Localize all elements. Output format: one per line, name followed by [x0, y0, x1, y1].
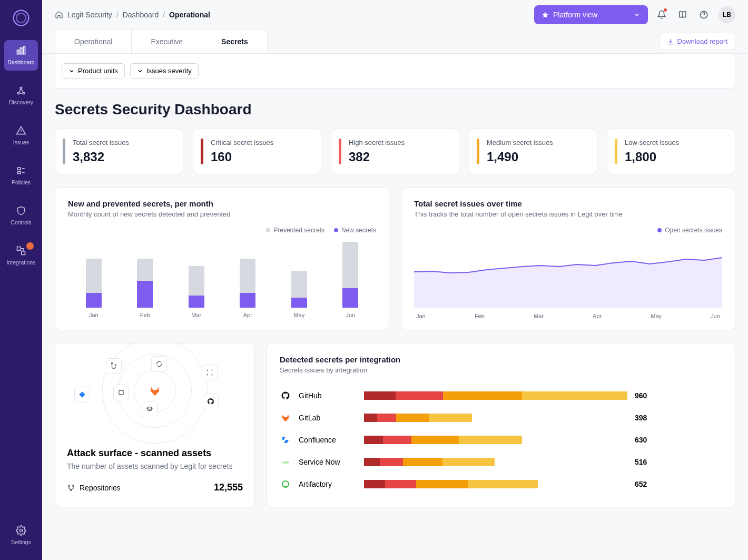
svg-point-5: [17, 92, 19, 94]
breadcrumb: Legit Security / Dashboard / Operational: [55, 11, 210, 19]
bar-chart-body: Jan Feb Mar Apr: [68, 239, 376, 318]
chevron-down-icon: [633, 11, 641, 18]
integration-icon: [280, 434, 291, 446]
tab-operational[interactable]: Operational: [55, 30, 132, 53]
help-button[interactable]: [696, 7, 711, 22]
education-icon: [146, 406, 153, 413]
integration-bar: [364, 414, 627, 422]
star-icon: [542, 11, 549, 18]
integration-row: GitLab 398: [280, 407, 722, 429]
bar-group: May: [288, 239, 311, 318]
svg-rect-11: [22, 251, 25, 255]
svg-rect-9: [17, 172, 21, 174]
svg-point-7: [23, 92, 24, 94]
sidebar-item-settings[interactable]: Settings: [4, 520, 38, 551]
breadcrumb-root[interactable]: Legit Security: [67, 11, 112, 19]
jira-icon: [78, 391, 86, 398]
integration-row: GitHub 960: [280, 385, 722, 407]
svg-point-17: [68, 485, 70, 486]
radar-visual: [55, 343, 254, 438]
charts-row: New and prevented secrets, per month Mon…: [55, 187, 735, 330]
recycle-icon: [155, 360, 163, 368]
topbar: Legit Security / Dashboard / Operational…: [42, 0, 748, 30]
svg-point-6: [20, 87, 22, 89]
avatar[interactable]: LB: [719, 6, 735, 23]
nav-label: Discovery: [9, 99, 33, 105]
nav-label: Settings: [11, 539, 31, 545]
integration-bar: [364, 458, 627, 466]
bar-group: Mar: [185, 239, 208, 318]
integration-bar: [364, 391, 627, 400]
app-logo: [12, 8, 31, 27]
platform-view-button[interactable]: Platform view: [534, 5, 648, 24]
svg-rect-3: [20, 48, 22, 54]
integration-bar: [364, 480, 627, 488]
integration-icon: [280, 390, 291, 401]
svg-point-15: [115, 365, 116, 366]
tab-row: Operational Executive Secrets Download r…: [42, 30, 748, 54]
branch-icon: [110, 362, 117, 370]
integration-row: Artifactory 652: [280, 473, 722, 495]
svg-rect-10: [17, 247, 21, 251]
notification-badge: [26, 242, 34, 250]
gitlab-icon: [149, 385, 161, 397]
nav-label: Integrations: [7, 259, 36, 266]
bar-group: Jan: [82, 239, 105, 318]
sidebar-item-integrations[interactable]: Integrations: [4, 240, 38, 271]
sidebar-item-dashboard[interactable]: Dashboard: [4, 40, 38, 71]
sidebar-item-issues[interactable]: Issues: [4, 120, 38, 151]
sidebar: Dashboard Discovery Issues Policies Cont…: [0, 0, 42, 560]
svg-point-1: [16, 13, 26, 23]
integration-bar: [364, 436, 627, 444]
integrations-card: Detected secrets per integration Secrets…: [267, 343, 735, 507]
notifications-button[interactable]: [654, 7, 669, 22]
filter-bar: Product units Issues severity: [55, 54, 735, 89]
sidebar-item-controls[interactable]: Controls: [4, 200, 38, 231]
integration-icon: [280, 412, 291, 424]
chart-legend: Prevented secrets New secrets: [68, 227, 376, 234]
sidebar-item-policies[interactable]: Policies: [4, 160, 38, 191]
chevron-down-icon: [68, 68, 75, 74]
area-chart-body: JanFebMarAprMayJun: [414, 239, 722, 318]
stat-total: Total secret issues3,832: [55, 129, 183, 174]
bar-group: Jun: [339, 239, 362, 318]
tab-executive[interactable]: Executive: [132, 30, 202, 53]
integration-icon: [280, 478, 291, 490]
chart-area-over-time: Total secret issues over time This track…: [401, 187, 735, 330]
stat-high: High secret issues382: [331, 129, 459, 174]
nav-label: Dashboard: [7, 59, 34, 65]
content: Secrets Security Dashboard Total secret …: [42, 89, 748, 560]
stat-critical: Critical secret issues160: [193, 129, 321, 174]
stats-row: Total secret issues3,832 Critical secret…: [55, 129, 735, 174]
platform-view-label: Platform view: [553, 11, 597, 19]
attack-surface-card: Attack surface - scanned assets The numb…: [55, 343, 255, 507]
stack-icon: [117, 389, 125, 396]
filter-product-units[interactable]: Product units: [62, 63, 125, 78]
download-icon: [667, 38, 674, 45]
svg-rect-4: [23, 47, 25, 54]
breadcrumb-current: Operational: [169, 11, 210, 19]
svg-text:now: now: [282, 460, 289, 464]
sidebar-item-discovery[interactable]: Discovery: [4, 80, 38, 111]
breadcrumb-mid[interactable]: Dashboard: [123, 11, 159, 19]
main: Legit Security / Dashboard / Operational…: [42, 0, 748, 560]
download-report-button[interactable]: Download report: [659, 33, 735, 50]
integration-row: Confluence 630: [280, 429, 722, 451]
nav-label: Issues: [13, 139, 29, 145]
home-icon: [55, 11, 63, 19]
filter-issues-severity[interactable]: Issues severity: [130, 63, 199, 78]
github-icon: [207, 398, 214, 405]
stat-low: Low secret issues1,800: [607, 129, 735, 174]
stat-medium: Medium secret issues1,490: [469, 129, 597, 174]
integration-icon: now: [280, 456, 291, 468]
notification-dot: [664, 8, 667, 12]
docs-button[interactable]: [675, 7, 690, 22]
nav-label: Controls: [11, 219, 31, 225]
chevron-down-icon: [137, 68, 143, 74]
nav-label: Policies: [12, 179, 31, 185]
svg-rect-8: [17, 168, 21, 170]
svg-point-18: [73, 485, 74, 486]
bottom-row: Attack surface - scanned assets The numb…: [55, 343, 735, 507]
bar-group: Feb: [133, 239, 156, 318]
tab-secrets[interactable]: Secrets: [202, 30, 267, 53]
